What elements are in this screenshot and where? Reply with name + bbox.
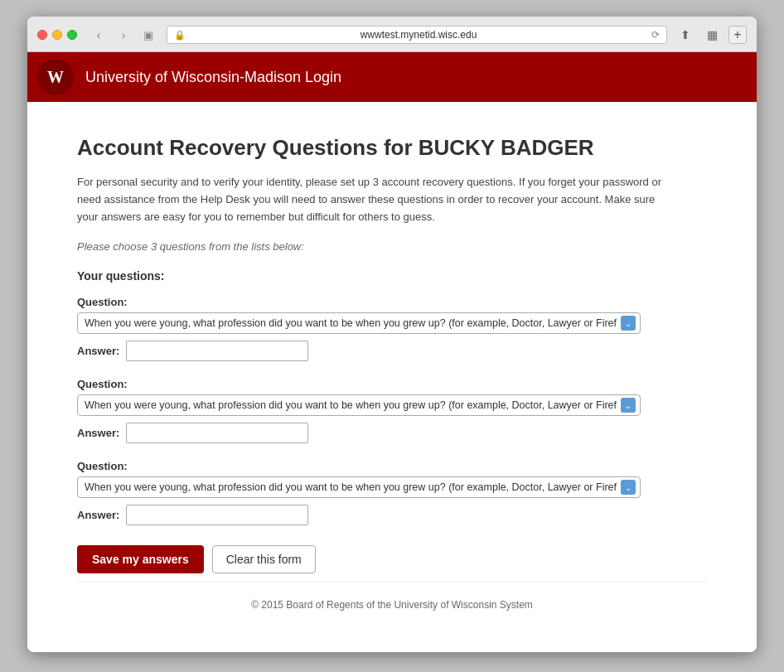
browser-titlebar: ‹ › ▣ 🔒 wwwtest.mynetid.wisc.edu ⟳ ⬆ ▦ +: [27, 17, 757, 52]
answer-label-2: Answer:: [77, 427, 119, 439]
answer-row-1: Answer:: [77, 341, 707, 361]
uw-header-title: University of Wisconsin-Madison Login: [85, 69, 341, 86]
answer-label-3: Answer:: [77, 509, 119, 521]
share-icon[interactable]: ⬆: [675, 25, 695, 45]
reload-icon[interactable]: ⟳: [651, 29, 660, 41]
answer-input-2[interactable]: [126, 423, 308, 443]
back-button[interactable]: ‹: [89, 25, 109, 45]
minimize-button[interactable]: [52, 30, 62, 40]
question-select-3[interactable]: When you were young, what profession did…: [77, 476, 641, 498]
browser-window: ‹ › ▣ 🔒 wwwtest.mynetid.wisc.edu ⟳ ⬆ ▦ +…: [27, 17, 757, 652]
url-text: wwwtest.mynetid.wisc.edu: [191, 29, 646, 41]
page-description: For personal security and to verify your…: [77, 174, 674, 225]
page-title: Account Recovery Questions for BUCKY BAD…: [77, 135, 707, 161]
question-label-2: Question:: [77, 378, 707, 390]
uw-logo: W: [37, 59, 74, 95]
question-group-3: Question: When you were young, what prof…: [77, 460, 707, 525]
browser-buttons: [37, 30, 77, 40]
page-content: Account Recovery Questions for BUCKY BAD…: [27, 102, 757, 652]
close-button[interactable]: [37, 30, 47, 40]
answer-row-2: Answer:: [77, 423, 707, 443]
question-group-2: Question: When you were young, what prof…: [77, 378, 707, 443]
tabs-icon[interactable]: ▦: [702, 25, 722, 45]
lock-icon: 🔒: [174, 30, 186, 41]
page-footer: © 2015 Board of Regents of the Universit…: [77, 582, 707, 627]
browser-nav: ‹ › ▣: [89, 25, 158, 45]
question-select-1[interactable]: When you were young, what profession did…: [77, 312, 641, 334]
answer-input-1[interactable]: [126, 341, 308, 361]
maximize-button[interactable]: [67, 30, 77, 40]
question-label-1: Question:: [77, 296, 707, 308]
question-group-1: Question: When you were young, what prof…: [77, 296, 707, 361]
add-tab-button[interactable]: +: [728, 26, 747, 44]
answer-input-3[interactable]: [126, 505, 308, 525]
question-select-wrapper-2: When you were young, what profession did…: [77, 394, 641, 416]
answer-label-1: Answer:: [77, 345, 119, 357]
answer-row-3: Answer:: [77, 505, 707, 525]
question-select-2[interactable]: When you were young, what profession did…: [77, 394, 641, 416]
save-answers-button[interactable]: Save my answers: [77, 545, 204, 573]
question-select-wrapper-1: When you were young, what profession did…: [77, 312, 641, 334]
instruction-text: Please choose 3 questions from the lists…: [77, 240, 707, 253]
tab-icon: ▣: [138, 25, 158, 45]
form-buttons: Save my answers Clear this form: [77, 545, 707, 573]
address-bar[interactable]: 🔒 wwwtest.mynetid.wisc.edu ⟳: [167, 26, 667, 44]
forward-button[interactable]: ›: [114, 25, 133, 45]
clear-form-button[interactable]: Clear this form: [212, 545, 316, 573]
question-select-wrapper-3: When you were young, what profession did…: [77, 476, 641, 498]
your-questions-label: Your questions:: [77, 269, 707, 283]
question-label-3: Question:: [77, 460, 707, 472]
uw-header: W University of Wisconsin-Madison Login: [27, 52, 757, 102]
browser-actions: ⬆ ▦ +: [675, 25, 747, 45]
